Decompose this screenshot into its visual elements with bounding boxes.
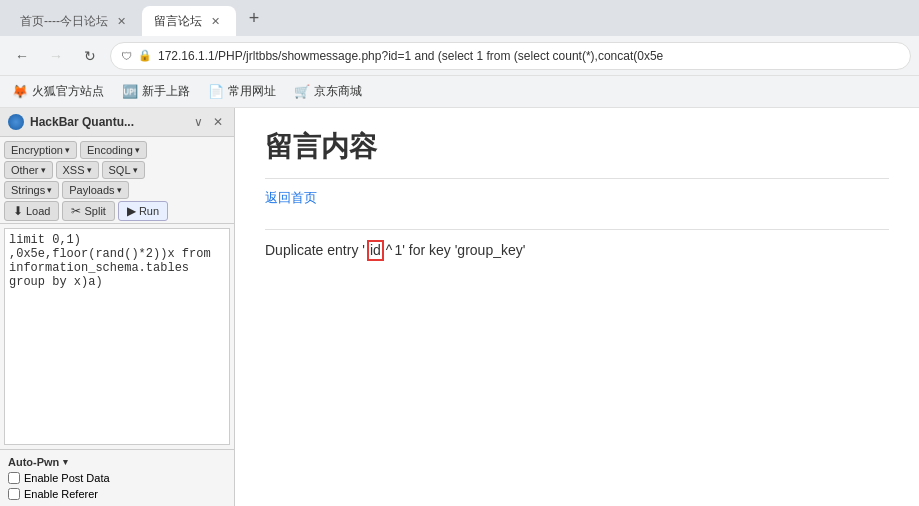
page-title: 留言内容 (265, 128, 889, 166)
enable-referer-checkbox[interactable] (8, 488, 20, 500)
toolbar-row-2: Other ▾ XSS ▾ SQL ▾ (4, 161, 230, 179)
page-divider (265, 178, 889, 179)
refresh-button[interactable]: ↻ (76, 42, 104, 70)
sql-arrow: ▾ (133, 165, 138, 175)
toolbar-row-actions: ⬇ Load ✂ Split ▶ Run (4, 201, 230, 221)
address-bar[interactable]: 🛡 🔒 172.16.1.1/PHP/jrltbbs/showmessage.p… (110, 42, 911, 70)
url-text: 172.16.1.1/PHP/jrltbbs/showmessage.php?i… (158, 49, 663, 63)
load-icon: ⬇ (13, 204, 23, 218)
bookmark-firefoxofficial-label: 火狐官方站点 (32, 83, 104, 100)
tab-2[interactable]: 留言论坛 ✕ (142, 6, 236, 36)
textarea-wrapper: limit 0,1) ,0x5e,floor(rand()*2))x from … (4, 228, 230, 445)
enable-post-row: Enable Post Data (8, 470, 226, 486)
encryption-dropdown[interactable]: Encryption ▾ (4, 141, 77, 159)
run-icon: ▶ (127, 204, 136, 218)
enable-post-checkbox[interactable] (8, 472, 20, 484)
error-before: Duplicate entry ' (265, 242, 365, 258)
run-label: Run (139, 205, 159, 217)
toolbar-row-1: Encryption ▾ Encoding ▾ (4, 141, 230, 159)
tab-bar: 首页----今日论坛 ✕ 留言论坛 ✕ + (0, 0, 919, 36)
strings-dropdown[interactable]: Strings ▾ (4, 181, 59, 199)
error-caret: ^ (386, 242, 393, 258)
hackbar-toolbar: Encryption ▾ Encoding ▾ Other ▾ XSS (0, 137, 234, 224)
toolbar-row-3: Strings ▾ Payloads ▾ (4, 181, 230, 199)
autopwn-arrow: ▾ (63, 457, 68, 467)
textarea-container: limit 0,1) ,0x5e,floor(rand()*2))x from … (0, 224, 234, 449)
hackbar-header: HackBar Quantu... ∨ ✕ (0, 108, 234, 137)
payloads-dropdown[interactable]: Payloads ▾ (62, 181, 128, 199)
back-link[interactable]: 返回首页 (265, 189, 317, 207)
run-button[interactable]: ▶ Run (118, 201, 168, 221)
enable-post-label: Enable Post Data (24, 472, 110, 484)
split-label: Split (84, 205, 105, 217)
bookmark-newuser[interactable]: 🆙 新手上路 (118, 81, 194, 102)
hackbar-header-buttons: ∨ ✕ (191, 114, 226, 130)
nav-bar: ← → ↻ 🛡 🔒 172.16.1.1/PHP/jrltbbs/showmes… (0, 36, 919, 76)
other-label: Other (11, 164, 39, 176)
error-highlighted-id: id (367, 240, 384, 261)
encryption-arrow: ▾ (65, 145, 70, 155)
bookmark-newuser-label: 新手上路 (142, 83, 190, 100)
back-button[interactable]: ← (8, 42, 36, 70)
autopwn-header[interactable]: Auto-Pwn ▾ (8, 454, 226, 470)
sql-dropdown[interactable]: SQL ▾ (102, 161, 145, 179)
security-icon: 🛡 (121, 50, 132, 62)
other-dropdown[interactable]: Other ▾ (4, 161, 53, 179)
payloads-label: Payloads (69, 184, 114, 196)
enable-referer-label: Enable Referer (24, 488, 98, 500)
hackbar-close-button[interactable]: ✕ (210, 114, 226, 130)
websites-icon: 📄 (208, 84, 224, 99)
error-message: Duplicate entry 'id^1' for key 'group_ke… (265, 240, 889, 261)
split-icon: ✂ (71, 204, 81, 218)
hackbar-textarea[interactable]: limit 0,1) ,0x5e,floor(rand()*2))x from … (4, 228, 230, 445)
sql-label: SQL (109, 164, 131, 176)
bookmark-jd[interactable]: 🛒 京东商城 (290, 81, 366, 102)
encoding-label: Encoding (87, 144, 133, 156)
error-after: 1' for key 'group_key' (394, 242, 525, 258)
enable-referer-row: Enable Referer (8, 486, 226, 502)
bookmarks-bar: 🦊 火狐官方站点 🆙 新手上路 📄 常用网址 🛒 京东商城 (0, 76, 919, 108)
load-button[interactable]: ⬇ Load (4, 201, 59, 221)
newuser-icon: 🆙 (122, 84, 138, 99)
autopwn-label: Auto-Pwn (8, 456, 59, 468)
bookmark-firefoxofficial[interactable]: 🦊 火狐官方站点 (8, 81, 108, 102)
xss-dropdown[interactable]: XSS ▾ (56, 161, 99, 179)
browser-frame: 首页----今日论坛 ✕ 留言论坛 ✕ + ← → ↻ 🛡 🔒 172.16.1… (0, 0, 919, 506)
strings-label: Strings (11, 184, 45, 196)
bookmark-jd-label: 京东商城 (314, 83, 362, 100)
hackbar-panel: HackBar Quantu... ∨ ✕ Encryption ▾ Encod… (0, 108, 235, 506)
encoding-arrow: ▾ (135, 145, 140, 155)
page-content: 留言内容 返回首页 Duplicate entry 'id^1' for key… (235, 108, 919, 506)
bookmark-websites-label: 常用网址 (228, 83, 276, 100)
tab-2-label: 留言论坛 (154, 13, 202, 30)
payloads-arrow: ▾ (117, 185, 122, 195)
tab-2-close[interactable]: ✕ (208, 13, 224, 29)
xss-label: XSS (63, 164, 85, 176)
hackbar-title: HackBar Quantu... (8, 114, 134, 130)
content-divider (265, 229, 889, 230)
jd-icon: 🛒 (294, 84, 310, 99)
bookmark-websites[interactable]: 📄 常用网址 (204, 81, 280, 102)
hackbar-title-text: HackBar Quantu... (30, 115, 134, 129)
hackbar-logo (8, 114, 24, 130)
autopwn-section: Auto-Pwn ▾ Enable Post Data Enable Refer… (0, 449, 234, 506)
hackbar-minimize-button[interactable]: ∨ (191, 114, 206, 130)
encryption-label: Encryption (11, 144, 63, 156)
strings-arrow: ▾ (47, 185, 52, 195)
tab-1-label: 首页----今日论坛 (20, 13, 108, 30)
tab-1-close[interactable]: ✕ (114, 13, 130, 29)
lock-icon: 🔒 (138, 49, 152, 62)
new-tab-button[interactable]: + (240, 4, 268, 32)
error-id-text: id (370, 242, 381, 258)
xss-arrow: ▾ (87, 165, 92, 175)
firefox-icon: 🦊 (12, 84, 28, 99)
tab-1[interactable]: 首页----今日论坛 ✕ (8, 6, 142, 36)
split-button[interactable]: ✂ Split (62, 201, 114, 221)
main-content: HackBar Quantu... ∨ ✕ Encryption ▾ Encod… (0, 108, 919, 506)
other-arrow: ▾ (41, 165, 46, 175)
load-label: Load (26, 205, 50, 217)
forward-button[interactable]: → (42, 42, 70, 70)
encoding-dropdown[interactable]: Encoding ▾ (80, 141, 147, 159)
